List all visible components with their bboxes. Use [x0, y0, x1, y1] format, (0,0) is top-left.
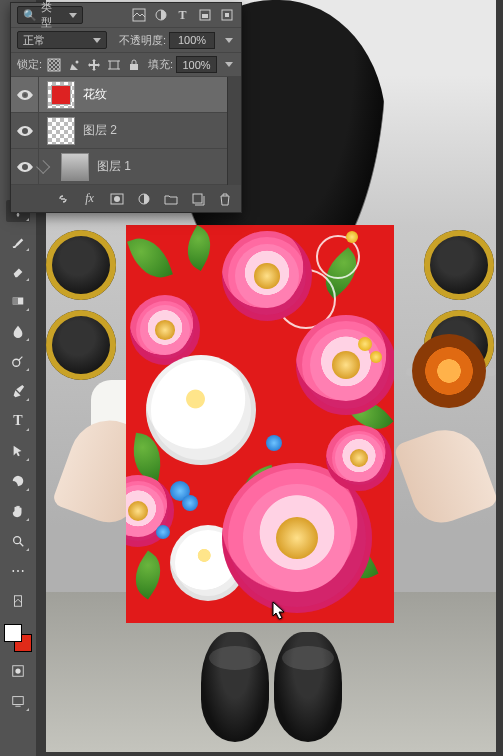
- blend-mode-value: 正常: [23, 33, 45, 48]
- layer-row[interactable]: 花纹: [11, 77, 227, 113]
- dodge-tool[interactable]: [6, 350, 30, 372]
- pen-tool[interactable]: [6, 380, 30, 402]
- layer-mask-icon[interactable]: [108, 190, 125, 207]
- photo-weight-disc: [412, 334, 486, 408]
- photo-dumbbell: [46, 310, 116, 380]
- lock-all-icon[interactable]: [125, 56, 142, 73]
- lock-transparent-icon[interactable]: [45, 56, 62, 73]
- search-icon: 🔍: [23, 9, 37, 22]
- filter-type-icon[interactable]: T: [174, 7, 191, 24]
- visibility-toggle[interactable]: [11, 77, 39, 112]
- layer-row[interactable]: 图层 2: [11, 113, 227, 149]
- zoom-tool[interactable]: [6, 530, 30, 552]
- layers-bottom-bar: fx: [11, 185, 241, 212]
- svg-rect-13: [225, 13, 229, 17]
- screen-mode-toggle[interactable]: [6, 690, 30, 712]
- fill-label: 填充:: [148, 57, 173, 72]
- svg-point-3: [14, 537, 21, 544]
- filter-smart-icon[interactable]: [218, 7, 235, 24]
- layer-style-icon[interactable]: fx: [81, 190, 98, 207]
- opacity-label: 不透明度:: [119, 33, 166, 48]
- fill-dd[interactable]: [220, 56, 235, 73]
- svg-point-21: [23, 129, 26, 132]
- svg-point-17: [75, 60, 78, 63]
- svg-rect-14: [48, 59, 60, 71]
- svg-rect-19: [130, 64, 138, 70]
- svg-rect-26: [193, 194, 202, 203]
- layers-panel: 🔍 类型 T 正常 不透明度: 100% 锁定: 填充: 100%: [10, 2, 242, 213]
- visibility-toggle[interactable]: [11, 113, 39, 148]
- chevron-right-icon[interactable]: [36, 159, 50, 173]
- adjustment-layer-icon[interactable]: [135, 190, 152, 207]
- type-tool[interactable]: T: [6, 410, 30, 432]
- layer-name[interactable]: 花纹: [83, 86, 221, 103]
- eraser-tool[interactable]: [6, 260, 30, 282]
- layer-thumbnail[interactable]: [47, 81, 75, 109]
- filter-shape-icon[interactable]: [196, 7, 213, 24]
- quick-mask-toggle[interactable]: [6, 660, 30, 682]
- lock-position-icon[interactable]: [85, 56, 102, 73]
- filter-pixel-icon[interactable]: [130, 7, 147, 24]
- edit-toolbar[interactable]: ⋯: [6, 560, 30, 582]
- filter-type-select[interactable]: 🔍 类型: [17, 6, 83, 24]
- layer-thumbnail[interactable]: [47, 117, 75, 145]
- link-layers-icon[interactable]: [54, 190, 71, 207]
- layer-name[interactable]: 图层 1: [97, 158, 221, 175]
- opacity-input[interactable]: 100%: [169, 32, 215, 49]
- gradient-tool[interactable]: [6, 290, 30, 312]
- photo-shoe: [274, 632, 342, 742]
- lock-artboard-icon[interactable]: [105, 56, 122, 73]
- svg-rect-7: [13, 697, 24, 705]
- lock-fill-row: 锁定: 填充: 100%: [11, 53, 241, 77]
- svg-point-24: [114, 196, 120, 202]
- brush-tool[interactable]: [6, 230, 30, 252]
- delete-layer-icon[interactable]: [216, 190, 233, 207]
- svg-rect-4: [15, 596, 22, 607]
- blend-opacity-row: 正常 不透明度: 100%: [11, 28, 241, 53]
- svg-rect-1: [13, 298, 18, 305]
- group-icon[interactable]: [162, 190, 179, 207]
- filter-type-label: 类型: [41, 0, 61, 30]
- filter-adjust-icon[interactable]: [152, 7, 169, 24]
- blend-mode-select[interactable]: 正常: [17, 31, 107, 49]
- tool-extra[interactable]: [6, 590, 30, 612]
- photo-shoe: [201, 632, 269, 742]
- svg-point-22: [23, 165, 26, 168]
- path-select-tool[interactable]: [6, 440, 30, 462]
- svg-rect-11: [202, 14, 208, 18]
- color-swatches[interactable]: [4, 624, 32, 652]
- layer-thumbnail[interactable]: [61, 153, 89, 181]
- new-layer-icon[interactable]: [189, 190, 206, 207]
- layer-filter-row: 🔍 类型 T: [11, 3, 241, 28]
- lock-label: 锁定:: [17, 57, 42, 72]
- svg-point-6: [15, 668, 20, 673]
- photo-dumbbell: [46, 230, 116, 300]
- lock-image-icon[interactable]: [65, 56, 82, 73]
- opacity-dd[interactable]: [218, 32, 235, 49]
- photo-arm: [393, 419, 496, 531]
- svg-point-20: [23, 93, 26, 96]
- hand-tool[interactable]: [6, 500, 30, 522]
- floral-pattern-layer[interactable]: [126, 225, 394, 623]
- layers-list-container: 花纹 图层 2 图层 1: [11, 77, 241, 185]
- foreground-color[interactable]: [4, 624, 22, 642]
- fill-input[interactable]: 100%: [176, 56, 217, 73]
- photo-dumbbell: [424, 230, 494, 300]
- svg-rect-18: [110, 61, 118, 69]
- svg-point-2: [13, 359, 20, 366]
- layer-name[interactable]: 图层 2: [83, 122, 221, 139]
- layer-row[interactable]: 图层 1: [11, 149, 227, 185]
- blur-tool[interactable]: [6, 320, 30, 342]
- shape-tool[interactable]: [6, 470, 30, 492]
- layers-scrollbar[interactable]: [227, 77, 241, 185]
